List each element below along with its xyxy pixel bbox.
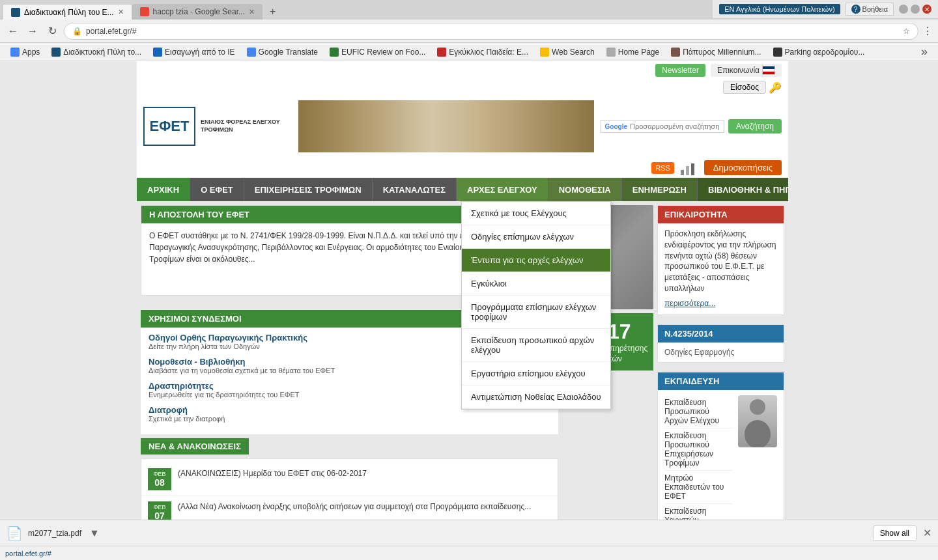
nav-item-enimerosi[interactable]: ΕΝΗΜΕΡΩΣΗ: [622, 178, 698, 201]
download-file-item[interactable]: 📄 m2077_tzia.pdf ▼: [7, 525, 100, 541]
inactive-tab-label: haccp tzia - Google Sear...: [153, 7, 245, 16]
nav-efet-label: Ο ΕΦΕΤ: [201, 185, 233, 195]
ekpaideusi-link-2[interactable]: Εκπαίδευση Προσωπικού Επιχειρήσεων Τροφί…: [664, 428, 733, 471]
active-tab[interactable]: Διαδικτυακή Πύλη του Ε... ✕: [3, 4, 132, 20]
download-bar: 📄 m2077_tzia.pdf ▼ Show all ✕: [0, 520, 938, 546]
nav-item-efet[interactable]: Ο ΕΦΕΤ: [190, 178, 244, 201]
ekpaideusi-link-1[interactable]: Εκπαίδευση Προσωπικού Αρχών Ελέγχου: [664, 395, 733, 428]
search-button[interactable]: Αναζήτηση: [728, 119, 782, 133]
epikoinonia-button[interactable]: Επικοινωνία: [711, 64, 782, 77]
ekpaideusi-link-3[interactable]: Μητρώο Εκπαιδευτών του ΕΦΕΤ: [664, 471, 733, 504]
dropdown-item-ekpaideusi-prosopou[interactable]: Εκπαίδευση προσωπικού αρχών ελέγχου: [462, 329, 610, 362]
dropdown-item-sxetika[interactable]: Σχετικά με τους Ελέγχους: [462, 202, 610, 225]
left-margin: [0, 61, 137, 542]
inactive-tab-close[interactable]: ✕: [249, 8, 255, 16]
bookmark-efet[interactable]: Διαδικτυακή Πύλη το...: [46, 46, 147, 59]
site-logo[interactable]: ΕΦΕΤ: [143, 107, 195, 146]
new-tab-button[interactable]: +: [263, 4, 283, 20]
dropdown-item-ergastiria[interactable]: Εργαστήρια επίσημου ελέγχου: [462, 362, 610, 385]
help-label: Βοήθεια: [862, 5, 888, 13]
nav-nomothesia-label: ΝΟΜΟΘΕΣΙΑ: [559, 185, 611, 195]
google-search-box[interactable]: Google: [601, 120, 724, 133]
browser-menu-button[interactable]: ⋮: [922, 25, 933, 37]
close-download-bar-button[interactable]: ✕: [923, 527, 931, 539]
news-text-2[interactable]: (Αλλα Νέα) Ανακοίνωση έναρξης υποβολής α…: [178, 501, 531, 512]
bookmark-homepage[interactable]: Home Page: [601, 46, 664, 59]
dimoskopisis-button[interactable]: Δημοσκοπήσεις: [704, 160, 782, 175]
reload-button[interactable]: ↻: [44, 23, 60, 39]
bookmark-eisagogi[interactable]: Εισαγωγή από το IE: [148, 46, 240, 59]
forward-button[interactable]: →: [25, 23, 40, 39]
close-window-button[interactable]: ✕: [922, 5, 931, 14]
bookmark-egkyklios[interactable]: Εγκύκλιος Παιδεία: Ε...: [432, 46, 533, 59]
nav-item-arches-elegxou[interactable]: ΑΡΧΕΣ ΕΛΕΓΧΟΥ: [457, 178, 548, 201]
bookmark-websearch[interactable]: Web Search: [535, 46, 600, 59]
address-bar[interactable]: 🔒 portal.efet.gr/# ☆: [64, 23, 918, 40]
bookmark-translate[interactable]: Google Translate: [242, 46, 323, 59]
bookmark-apps[interactable]: Apps: [5, 46, 45, 59]
epikairotita-header: ΕΠΙΚΑΙΡΟΤΗΤΑ: [658, 206, 784, 223]
inactive-tab-favicon: [140, 7, 149, 16]
bookmark-star-icon[interactable]: ☆: [903, 27, 910, 36]
dropdown-item-egkyklioi[interactable]: Εγκύκλιοι: [462, 272, 610, 296]
site-header: Newsletter Επικοινωνία Είσοδος 🔑 ΕΦΕΤ ΕΝ…: [137, 61, 788, 178]
bookmark-parking[interactable]: Parking αεροδρομίου...: [768, 46, 870, 59]
translate-label: Google Translate: [259, 48, 318, 57]
egkyklios-favicon: [437, 48, 446, 57]
chart-icon-area[interactable]: [679, 161, 699, 175]
status-bar-url: portal.efet.gr/#: [5, 550, 51, 557]
maximize-button[interactable]: [911, 5, 920, 14]
minimize-button[interactable]: [899, 5, 908, 14]
bookmark-eufic[interactable]: EUFIC Review on Foo...: [324, 46, 431, 59]
more-bookmarks-button[interactable]: »: [916, 45, 933, 59]
chart-icon: [679, 161, 699, 175]
nav-item-katanalotes[interactable]: ΚΑΤΑΝΑΛΩΤΕΣ: [373, 178, 457, 201]
bookmark-papyros[interactable]: Πάπυρος Millennium...: [666, 46, 766, 59]
parking-label: Parking αεροδρομίου...: [785, 48, 865, 57]
pdf-icon: 📄: [7, 525, 23, 541]
download-filename: m2077_tzia.pdf: [28, 529, 81, 538]
dropdown-item-odigies[interactable]: Οδηγίες επίσημων ελέγχων: [462, 225, 610, 249]
key-icon: 🔑: [769, 81, 782, 94]
logo-subtitle: ΕΝΙΑΙΟΣ ΦΟΡΕΑΣ ΕΛΕΓΧΟΥ ΤΡΟΦΙΜΩΝ: [201, 119, 292, 133]
dropdown-item-programmata[interactable]: Προγράμματα επίσημων ελέγχων τροφίμων: [462, 296, 610, 329]
nav-item-epixeiriseis[interactable]: ΕΠΙΧΕΙΡΗΣΕΙΣ ΤΡΟΦΙΜΩΝ: [244, 178, 373, 201]
websearch-label: Web Search: [552, 48, 595, 57]
epikairotita-text: Πρόσκληση εκδήλωσης ενδιαφέροντος για τη…: [664, 229, 777, 294]
dropdown-item-antimetopisi[interactable]: Αντιμετώπιση Νοθείας Ελαιολάδου: [462, 385, 610, 409]
ekpaideusi-body: Εκπαίδευση Προσωπικού Αρχών Ελέγχου Εκπα…: [658, 390, 784, 542]
news-text-1[interactable]: (ΑΝΑΚΟΙΝΩΣΕΙΣ) Ημερίδα του ΕΦΕΤ στις 06-…: [178, 468, 367, 479]
website-content: Newsletter Επικοινωνία Είσοδος 🔑 ΕΦΕΤ ΕΝ…: [137, 61, 788, 542]
download-chevron-icon[interactable]: ▼: [89, 527, 100, 539]
apps-label: Apps: [22, 48, 40, 57]
rss-button[interactable]: RSS: [651, 162, 674, 174]
parking-favicon: [773, 48, 782, 57]
nav-item-vivliothiki[interactable]: ΒΙΒΛΙΟΘΗΚΗ & ΠΗΓΕΣ: [698, 178, 788, 201]
eisodos-button[interactable]: Είσοδος: [723, 81, 766, 94]
header-top: Newsletter Επικοινωνία: [137, 61, 788, 79]
search-input[interactable]: [630, 122, 720, 130]
svg-rect-2: [691, 163, 694, 175]
help-button[interactable]: ? Βοήθεια: [846, 3, 894, 16]
dropdown-item-entypa[interactable]: Έντυπα για τις αρχές ελέγχων: [462, 249, 610, 272]
ekpaideusi-box: ΕΚΠΑΙΔΕΥΣΗ Εκπαίδευση Προσωπικού Αρχών Ε…: [657, 372, 784, 542]
epikairotita-body: Πρόσκληση εκδήλωσης ενδιαφέροντος για τη…: [658, 223, 784, 315]
inactive-tab[interactable]: haccp tzia - Google Sear... ✕: [132, 4, 263, 20]
nav-item-arxiki[interactable]: ΑΡΧΙΚΗ: [137, 178, 190, 201]
nav-katanalotes-label: ΚΑΤΑΝΑΛΩΤΕΣ: [383, 185, 446, 195]
header-main: ΕΦΕΤ ΕΝΙΑΙΟΣ ΦΟΡΕΑΣ ΕΛΕΓΧΟΥ ΤΡΟΦΙΜΩΝ: [137, 95, 788, 158]
language-selector[interactable]: ΕΝ Αγγλικά (Ηνωμένων Πολιτειών): [719, 4, 840, 14]
epikairotita-more-link[interactable]: περισσότερα...: [664, 298, 777, 309]
person-silhouette-icon: [738, 395, 777, 447]
window-controls: ✕: [899, 5, 931, 14]
main-navigation: ΑΡΧΙΚΗ Ο ΕΦΕΤ ΕΠΙΧΕΙΡΗΣΕΙΣ ΤΡΟΦΙΜΩΝ ΚΑΤΑ…: [137, 178, 788, 201]
show-all-button[interactable]: Show all: [873, 525, 917, 541]
back-button[interactable]: ←: [5, 23, 21, 39]
question-icon: ?: [851, 5, 860, 14]
language-flag-icon: [762, 66, 775, 75]
translate-favicon: [247, 48, 256, 57]
header-widgets: RSS Δημοσκοπήσεις: [137, 158, 788, 178]
active-tab-close[interactable]: ✕: [118, 8, 124, 16]
newsletter-button[interactable]: Newsletter: [655, 64, 705, 77]
nav-item-nomothesia[interactable]: ΝΟΜΟΘΕΣΙΑ: [548, 178, 622, 201]
